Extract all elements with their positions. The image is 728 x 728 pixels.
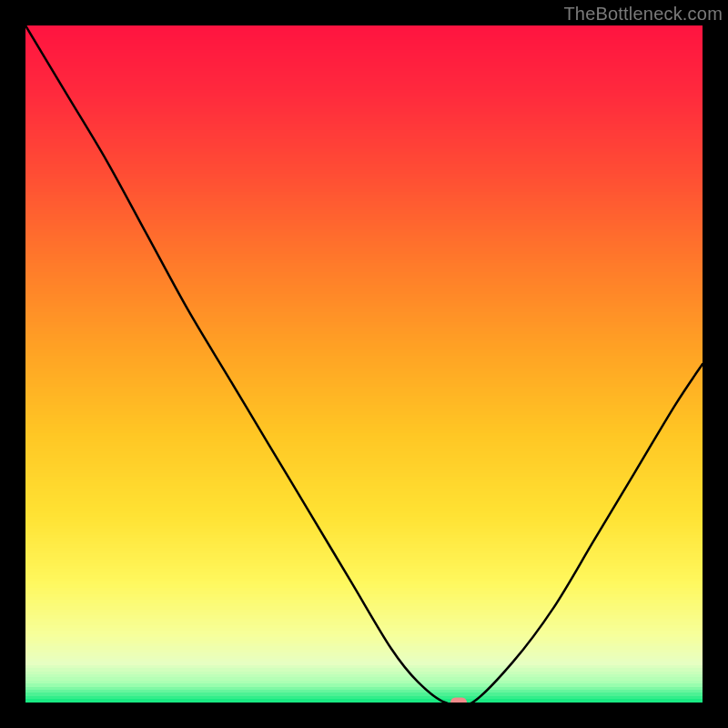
plot-area <box>25 25 703 703</box>
stage: TheBottleneck.com <box>0 0 728 728</box>
watermark-text: TheBottleneck.com <box>563 4 723 25</box>
min-marker <box>450 698 467 703</box>
bottleneck-curve <box>25 25 703 703</box>
curve-path <box>25 25 703 703</box>
